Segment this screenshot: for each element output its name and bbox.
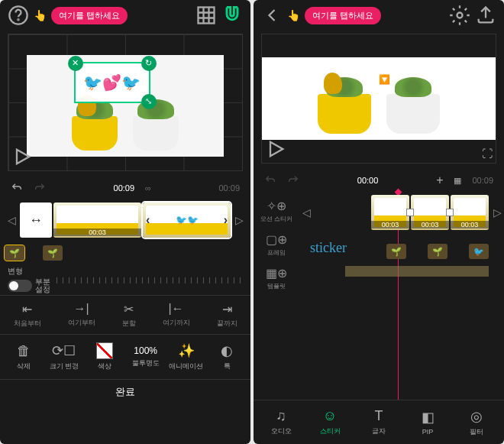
motion-sticker-button[interactable]: ✧⊕모션 스티커 (254, 194, 299, 228)
template-button[interactable]: ▦⊕템플릿 (254, 261, 299, 295)
add-clip-icon[interactable]: + (436, 173, 443, 187)
clip-thumbnail[interactable]: 00:03 (371, 195, 409, 230)
sticker-tab[interactable]: ☺스티커 (305, 408, 354, 436)
svg-point-1 (18, 19, 18, 20)
ruler[interactable] (57, 272, 243, 287)
extra-button[interactable]: ◐특 (207, 342, 247, 371)
transition-icon[interactable] (446, 209, 454, 216)
total-time: 00:09 (218, 183, 240, 193)
rotate-handle-icon[interactable]: ↻ (141, 56, 157, 71)
tap-hand-icon: 👆 (287, 9, 300, 21)
undo-icon[interactable] (11, 182, 23, 194)
svg-marker-5 (270, 142, 283, 157)
trim-toolbar: ⇤처음부터 →|여기부터 ✂분할 |←여기까지 ⇥끝까지 (0, 295, 250, 335)
loop-icon[interactable]: ∞ (145, 183, 151, 193)
sticker-track: 🌱 🌱 (0, 241, 250, 264)
video-canvas: 🔽 (262, 57, 496, 140)
fullscreen-icon[interactable]: ⛶ (482, 147, 493, 160)
delete-button[interactable]: 🗑삭제 (3, 343, 44, 371)
undo-icon (264, 174, 276, 186)
current-time: 00:09 (114, 183, 135, 193)
scale-handle-icon[interactable]: ⤡ (141, 94, 157, 109)
trim-right-icon[interactable]: › (224, 213, 228, 227)
svg-marker-3 (17, 150, 29, 164)
text-tab[interactable]: T글자 (354, 408, 403, 436)
tutorial-tooltip[interactable]: 여기를 탭하세요 (51, 7, 128, 24)
tooltip-text: 여기를 탭하세요 (312, 10, 373, 21)
timeline-area: ✧⊕모션 스티커 ▢⊕프레임 ▦⊕템플릿 ◁ 00:03 00:03 00:03… (254, 191, 504, 400)
media-icon[interactable]: ▦ (454, 176, 461, 186)
redo-icon (34, 182, 46, 194)
help-icon[interactable] (8, 5, 29, 26)
sticker-chip[interactable]: 🌱 (386, 244, 406, 259)
clip-strip: ◁ 00:03 00:03 00:03 ▷ (299, 191, 504, 234)
editor-screen-right: 👆 여기를 탭하세요 🔽 ⛶ 00:00 + (254, 0, 504, 444)
grid-icon[interactable] (195, 5, 217, 26)
play-icon[interactable] (265, 138, 286, 160)
trim-to-here-button[interactable]: |←여기까지 (163, 302, 190, 328)
svg-point-4 (457, 13, 463, 18)
export-icon[interactable] (475, 5, 496, 26)
resize-button[interactable]: ⟳☐크기 변경 (44, 342, 84, 371)
color-button[interactable]: 색상 (85, 342, 125, 371)
opacity-button[interactable]: 100%불투명도 (125, 345, 166, 368)
preview-area[interactable]: 🐦💕🐦 ✕ ↻ ⤡ (8, 34, 243, 171)
back-icon[interactable] (261, 5, 283, 26)
partial-toggle[interactable] (8, 280, 32, 292)
clip-thumbnail[interactable]: 00:03 (411, 195, 449, 230)
transform-controls: 변형 부분 설정 (0, 264, 250, 295)
transform-label: 변형 (8, 266, 50, 277)
sticker-chip[interactable]: 🌱 (5, 245, 24, 261)
next-clip-icon[interactable]: ▷ (232, 214, 246, 226)
svg-rect-2 (199, 8, 215, 24)
sticker-chip[interactable]: 🐦 (469, 244, 489, 259)
sticker-selection-box[interactable]: 🐦💕🐦 ✕ ↻ ⤡ (74, 62, 150, 103)
frame-button[interactable]: ▢⊕프레임 (254, 228, 299, 261)
timeline-controls: 00:09 ∞ 00:09 (0, 177, 250, 199)
magnet-icon[interactable] (221, 5, 243, 26)
animation-button[interactable]: ✨애니메이션 (166, 342, 206, 371)
trim-from-here-button[interactable]: →|여기부터 (68, 302, 95, 328)
tool-bar: 🗑삭제 ⟳☐크기 변경 색상 100%불투명도 ✨애니메이션 ◐특 (0, 335, 250, 379)
prev-clip-icon[interactable]: ◁ (5, 214, 18, 226)
trim-left-icon[interactable]: ‹ (146, 213, 150, 227)
pot-graphic (386, 94, 440, 134)
prev-clip-icon[interactable]: ◁ (299, 206, 313, 219)
drag-handle[interactable]: ↔ (20, 203, 52, 238)
filter-tab[interactable]: ◎필터 (452, 408, 501, 437)
timeline-controls: 00:00 + ▦ 00:09 (254, 170, 504, 191)
clip-thumbnail[interactable]: 00:03 (53, 203, 141, 238)
current-time: 00:00 (357, 176, 379, 185)
trim-from-start-button[interactable]: ⇤처음부터 (14, 302, 41, 329)
settings-icon[interactable] (449, 5, 470, 26)
clip-strip: ◁ ↔ 00:03 ‹🐦🐦› ▷ (0, 199, 250, 241)
main-tab-bar: ♫오디오 ☺스티커 T글자 ◧PIP ◎필터 (254, 400, 504, 444)
clip-thumbnail[interactable]: 00:03 (451, 195, 489, 230)
redo-icon (287, 174, 299, 186)
topbar: 👆 여기를 탭하세요 (254, 0, 504, 31)
audio-tab[interactable]: ♫오디오 (257, 408, 305, 436)
preview-area[interactable]: 🔽 ⛶ (261, 34, 496, 164)
pot-graphic (318, 94, 371, 134)
tap-hand-icon: 👆 (34, 9, 47, 21)
topbar: 👆 여기를 탭하세요 (0, 0, 250, 31)
done-button[interactable]: 완료 (0, 379, 250, 403)
sticker-chip[interactable]: 🌱 (428, 244, 447, 259)
transition-icon[interactable] (406, 209, 414, 216)
total-time: 00:09 (472, 176, 493, 185)
sticker-birds-icon: 🐦💕🐦 (83, 73, 141, 92)
clip-thumbnail-selected[interactable]: ‹🐦🐦› (143, 203, 231, 238)
sticker-chip[interactable]: 🌱 (43, 245, 63, 261)
editor-screen-left: 👆 여기를 탭하세요 🐦💕🐦 ✕ ↻ ⤡ (0, 0, 250, 444)
pip-tab[interactable]: ◧PIP (403, 409, 452, 436)
split-button[interactable]: ✂분할 (122, 302, 136, 329)
empty-track[interactable] (299, 266, 489, 277)
delete-handle-icon[interactable]: ✕ (68, 56, 83, 71)
trim-to-end-button[interactable]: ⇥끝까지 (217, 302, 237, 329)
color-swatch-icon (96, 342, 113, 359)
arrow-sticker-icon: 🔽 (379, 74, 390, 85)
tooltip-text: 여기를 탭하세요 (59, 10, 120, 21)
tutorial-tooltip[interactable]: 여기를 탭하세요 (305, 7, 381, 24)
next-clip-icon[interactable]: ▷ (490, 206, 504, 219)
play-icon[interactable] (11, 146, 33, 167)
